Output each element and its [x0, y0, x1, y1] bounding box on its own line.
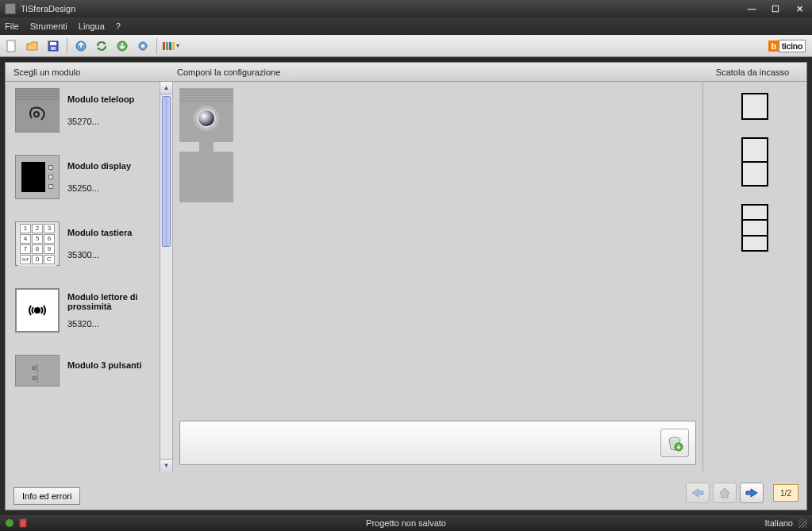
- menu-tools[interactable]: Strumenti: [30, 21, 67, 31]
- svg-rect-12: [166, 42, 168, 50]
- close-button[interactable]: ✕: [791, 3, 807, 14]
- module-label: Modulo lettore di prossimità: [67, 292, 169, 311]
- brand-text: ticino: [779, 40, 806, 52]
- app-title: TiSferaDesign: [21, 4, 744, 13]
- modules-pane: Modulo teleloop 35270... Modulo display …: [6, 82, 172, 471]
- home-icon: [718, 487, 731, 499]
- module-label: Modulo 3 pulsanti: [67, 360, 142, 370]
- module-keypad[interactable]: 123 456 789 0↺0C Modulo tastiera 35300..…: [15, 221, 169, 266]
- module-display[interactable]: Modulo display 35250...: [15, 155, 169, 199]
- svg-rect-14: [172, 42, 175, 50]
- statusbar: Progetto non salvato Italiano: [0, 515, 812, 531]
- svg-point-22: [6, 519, 13, 527]
- wizard-nav: 1/2: [686, 483, 799, 503]
- status-language: Italiano: [765, 518, 793, 528]
- config-drop-zone[interactable]: [179, 421, 696, 465]
- teleloop-thumb: [15, 88, 60, 133]
- save-icon[interactable]: [44, 37, 62, 55]
- arrow-right-icon: [745, 487, 759, 498]
- header-compose-config: Componi la configurazione: [172, 67, 703, 77]
- toolbar: ▾ bticino: [0, 35, 812, 57]
- titlebar: TiSferaDesign — ☐ ✕: [0, 0, 812, 17]
- maximize-button[interactable]: ☐: [768, 3, 783, 14]
- proximity-thumb: [15, 288, 60, 333]
- menu-file[interactable]: File: [5, 21, 19, 31]
- arrow-left-icon: [691, 487, 705, 498]
- new-icon[interactable]: [3, 37, 21, 55]
- svg-point-10: [141, 44, 144, 48]
- box-option-3[interactable]: [741, 204, 768, 252]
- scroll-down-icon[interactable]: ▼: [160, 459, 172, 471]
- menubar: File Strumenti Lingua ?: [0, 17, 812, 35]
- menu-language[interactable]: Lingua: [79, 21, 105, 31]
- nav-next-button[interactable]: [740, 483, 764, 503]
- sync-icon[interactable]: [93, 37, 110, 55]
- palette-icon[interactable]: ▾: [162, 37, 179, 55]
- brand-logo: bticino: [768, 40, 806, 52]
- status-project: Progetto non salvato: [366, 518, 446, 528]
- app-icon: [5, 3, 16, 14]
- page-indicator: 1/2: [773, 484, 799, 502]
- svg-marker-19: [692, 489, 703, 497]
- download-icon[interactable]: [114, 37, 131, 55]
- module-code: 35270...: [67, 117, 134, 126]
- minimize-button[interactable]: —: [744, 3, 760, 14]
- box-options-pane: [703, 82, 806, 471]
- resize-grip[interactable]: [798, 518, 807, 528]
- module-proximity[interactable]: Modulo lettore di prossimità 35320...: [15, 288, 169, 333]
- header-choose-module: Scegli un modulo: [6, 67, 172, 77]
- camera-lens-icon: [197, 109, 216, 128]
- open-icon[interactable]: [24, 37, 41, 55]
- nav-home-button[interactable]: [713, 483, 737, 503]
- display-thumb: [15, 155, 60, 199]
- module-code: 35250...: [67, 183, 131, 193]
- scroll-thumb[interactable]: [162, 96, 171, 247]
- module-label: Modulo teleloop: [67, 94, 134, 104]
- module-3-buttons[interactable]: Modulo 3 pulsanti: [15, 355, 169, 387]
- config-unit[interactable]: [179, 88, 233, 202]
- info-errors-button[interactable]: Info ed errori: [13, 487, 80, 505]
- svg-rect-11: [163, 42, 165, 50]
- module-teleloop[interactable]: Modulo teleloop 35270...: [15, 88, 169, 133]
- config-camera-module[interactable]: [179, 88, 233, 142]
- module-label: Modulo display: [67, 161, 131, 171]
- modules-scrollbar[interactable]: ▲ ▼: [160, 82, 172, 471]
- svg-rect-13: [169, 42, 171, 50]
- export-icon[interactable]: [72, 37, 90, 55]
- module-code: 35300...: [67, 250, 132, 260]
- column-headers: Scegli un modulo Componi la configurazio…: [6, 63, 806, 82]
- menu-help[interactable]: ?: [116, 21, 121, 31]
- trash-icon: [666, 434, 683, 452]
- trash-button[interactable]: [660, 429, 689, 457]
- box-option-2[interactable]: [741, 137, 768, 187]
- brand-badge: b: [768, 40, 778, 52]
- scroll-up-icon[interactable]: ▲: [160, 82, 172, 94]
- svg-rect-4: [51, 47, 56, 50]
- config-canvas[interactable]: [172, 82, 703, 471]
- config-empty-slot[interactable]: [179, 152, 233, 202]
- svg-point-16: [34, 307, 40, 314]
- settings-icon[interactable]: [134, 37, 152, 55]
- box-option-1[interactable]: [741, 93, 768, 120]
- svg-rect-3: [50, 42, 56, 45]
- svg-marker-21: [746, 489, 757, 497]
- keypad-thumb: 123 456 789 0↺0C: [15, 221, 60, 266]
- pulsanti-thumb: [15, 355, 60, 387]
- module-code: 35320...: [67, 319, 169, 329]
- svg-rect-23: [20, 519, 26, 527]
- module-label: Modulo tastiera: [67, 228, 132, 237]
- svg-marker-20: [720, 488, 729, 498]
- header-flush-box: Scatola da incasso: [703, 67, 806, 77]
- nav-back-button[interactable]: [686, 483, 710, 503]
- status-doc-icon: [19, 518, 29, 528]
- status-ok-icon: [5, 518, 14, 528]
- svg-point-15: [34, 112, 39, 117]
